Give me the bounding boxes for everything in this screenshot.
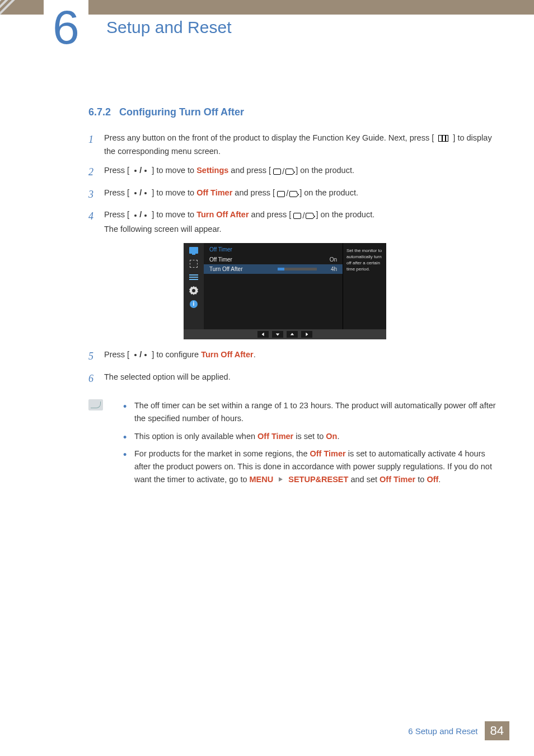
corner-hatch (0, 0, 47, 34)
arrow-right-icon (279, 477, 283, 482)
select-icon: / (293, 209, 313, 223)
keyword: On (326, 432, 337, 441)
section-heading: 6.7.2 Configuring Turn Off After (88, 106, 500, 118)
chapter-badge: 6 (44, 0, 88, 56)
keyword: Turn Off After (201, 350, 253, 359)
step-number: 1 (88, 132, 104, 158)
step-number: 2 (88, 164, 104, 181)
note-block: • The off timer can be set within a rang… (88, 399, 500, 491)
osd-screenshot: i Off Timer Off Timer On Turn Off After … (184, 243, 386, 339)
nav-dots-icon: / (132, 188, 149, 197)
step-6: 6 The selected option will be applied. (88, 371, 500, 388)
osd-title: Off Timer (204, 245, 343, 255)
step-text: and press [ (228, 166, 271, 175)
step-text: . (254, 350, 256, 359)
step-body: Press [ / ] to move to Settings and pres… (104, 164, 500, 181)
info-icon: i (189, 300, 199, 308)
osd-down-icon (272, 331, 283, 338)
bullet-icon: • (123, 447, 134, 487)
step-text: Press any button on the front of the pro… (104, 133, 434, 142)
bullet-icon: • (123, 399, 134, 425)
note-text: This option is only available when Off T… (134, 430, 339, 443)
svg-marker-1 (276, 333, 279, 335)
step-number: 6 (88, 371, 104, 388)
osd-label: Off Timer (209, 256, 321, 263)
menu-icon (436, 132, 451, 145)
osd-label: Turn Off After (209, 266, 278, 272)
keyword: Off Timer (257, 432, 293, 441)
osd-slider (278, 268, 317, 270)
step-2: 2 Press [ / ] to move to Settings and pr… (88, 164, 500, 181)
step-text: ] to move to (152, 166, 196, 175)
step-text: Press [ (104, 350, 129, 359)
osd-help-text: Set the monitor to automatically turn of… (343, 243, 386, 329)
keyword: MENU (250, 475, 274, 484)
step-body: Press [ / ] to configure Turn Off After. (104, 348, 500, 365)
step-text: Press [ (104, 210, 129, 219)
nav-dots-icon: / (132, 166, 149, 175)
note-list: • The off timer can be set within a rang… (123, 399, 500, 491)
step-body: Press [ / ] to move to Off Timer and pre… (104, 186, 500, 203)
keyword: Off Timer (310, 449, 346, 458)
svg-marker-0 (262, 333, 264, 336)
step-text: Press [ (104, 166, 129, 175)
keyword: Off Timer (380, 475, 415, 484)
note-item: • The off timer can be set within a rang… (123, 399, 500, 425)
step-5: 5 Press [ / ] to configure Turn Off Afte… (88, 348, 500, 365)
osd-up-icon (287, 331, 298, 338)
osd-value: On (321, 256, 337, 263)
section-title: Configuring Turn Off After (119, 106, 244, 118)
page-number: 84 (485, 721, 509, 740)
nav-dots-icon: / (132, 350, 149, 359)
step-text: and press [ (249, 210, 292, 219)
osd-main: Off Timer Off Timer On Turn Off After 4h (204, 243, 343, 329)
keyword: Off (427, 475, 438, 484)
step-text: and press [ (232, 188, 275, 197)
note-icon (88, 399, 103, 410)
svg-marker-2 (291, 333, 294, 335)
note-text: For products for the market in some regi… (134, 447, 500, 487)
keyword: Turn Off After (196, 210, 249, 219)
osd-right-icon (301, 331, 312, 338)
bullet-icon: • (123, 430, 134, 443)
step-body: Press [ / ] to move to Turn Off After an… (104, 208, 500, 236)
osd-value: 4h (321, 266, 337, 272)
step-text: ] to configure (152, 350, 201, 359)
osd-left-icon (257, 331, 269, 338)
select-icon: / (277, 187, 297, 200)
step-body: The selected option will be applied. (104, 371, 500, 388)
step-text: Press [ (104, 188, 129, 197)
step-text: ] to move to (152, 188, 196, 197)
keyword: SETUP&RESET (288, 475, 348, 484)
note-item: • For products for the market in some re… (123, 447, 500, 487)
note-text: The off timer can be set within a range … (134, 399, 500, 425)
osd-row-turnoffafter: Turn Off After 4h (204, 264, 343, 274)
keyword: Settings (196, 166, 228, 175)
step-text: The following screen will appear. (104, 225, 222, 234)
step-4: 4 Press [ / ] to move to Turn Off After … (88, 208, 500, 236)
step-number: 5 (88, 348, 104, 365)
osd-button-bar (184, 329, 386, 339)
chapter-title: Setup and Reset (106, 18, 232, 37)
svg-marker-3 (306, 333, 308, 336)
section-number: 6.7.2 (88, 106, 111, 118)
step-number: 4 (88, 208, 104, 236)
page-footer: 6 Setup and Reset 84 (408, 721, 509, 740)
footer-text: 6 Setup and Reset (408, 726, 477, 736)
step-text: ] to move to (152, 210, 196, 219)
select-icon: / (273, 165, 293, 179)
osd-row-offtimer: Off Timer On (204, 255, 343, 264)
screen-icon (189, 260, 199, 268)
page-content: 6.7.2 Configuring Turn Off After 1 Press… (88, 106, 500, 491)
nav-dots-icon: / (132, 210, 149, 219)
step-body: Press any button on the front of the pro… (104, 132, 500, 158)
chapter-number: 6 (44, 0, 88, 54)
options-icon (189, 273, 199, 281)
note-item: • This option is only available when Off… (123, 430, 500, 443)
step-1: 1 Press any button on the front of the p… (88, 132, 500, 158)
keyword: Off Timer (196, 188, 232, 197)
settings-icon (189, 287, 199, 295)
step-number: 3 (88, 186, 104, 203)
osd-nav: i (184, 243, 204, 329)
step-text: ] on the product. (316, 210, 374, 219)
